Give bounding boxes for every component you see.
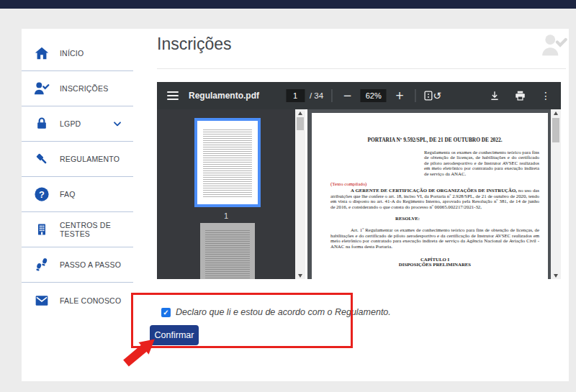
svg-text:?: ? [39, 189, 45, 200]
envelope-icon [32, 293, 51, 308]
menu-icon[interactable] [167, 91, 179, 100]
zoom-out-button[interactable]: − [340, 89, 355, 102]
print-icon[interactable] [515, 91, 526, 101]
chevron-down-icon[interactable] [112, 118, 123, 129]
preamble-lead: A GERENTE DE CERTIFICAÇÃO DE ORGANIZAÇÕE… [351, 188, 517, 193]
pdf-page: PORTARIA Nº 9.592/SPL, DE 21 DE OUTUBRO … [312, 113, 548, 279]
scroll-down-icon[interactable] [551, 272, 561, 279]
scroll-up-icon[interactable] [551, 109, 561, 117]
page-number-input[interactable]: 1 [286, 89, 305, 102]
document-chapter: CAPÍTULO I [330, 257, 539, 263]
sidebar-item-fale-conosco[interactable]: FALE CONOSCO [22, 283, 133, 318]
scrollbar-thumb[interactable] [552, 118, 559, 142]
consent-checkbox[interactable] [161, 308, 171, 317]
toolbar-separator [331, 89, 332, 102]
more-options-icon[interactable] [541, 90, 551, 101]
document-resolve: RESOLVE: [395, 216, 539, 222]
page-count: / 34 [310, 91, 323, 100]
sidebar-item-label: CENTROS DE TESTES [60, 221, 133, 238]
person-check-icon [32, 81, 51, 96]
document-title: PORTARIA Nº 9.592/SPL, DE 21 DE OUTUBRO … [330, 137, 539, 143]
sidebar-item-centros-de-testes[interactable]: CENTROS DE TESTES [22, 212, 133, 247]
thumbnail-pane: 1 [157, 109, 295, 279]
scroll-down-icon[interactable] [295, 272, 305, 279]
question-icon: ? [32, 186, 51, 202]
confirm-button[interactable]: Confirmar [150, 325, 199, 345]
sidebar-item-inscricoes[interactable]: INSCRIÇÕES [22, 71, 133, 106]
thumbnail-scrollbar[interactable] [295, 109, 305, 279]
app-screen: INÍCIO INSCRIÇÕES LGPD [0, 0, 576, 392]
download-icon[interactable] [490, 91, 500, 101]
fit-page-button[interactable] [423, 90, 433, 101]
sidebar-item-label: PASSO A PASSO [60, 260, 121, 269]
sidebar-item-label: INSCRIÇÕES [60, 84, 108, 93]
title-divider [157, 68, 566, 69]
sidebar-item-lgpd[interactable]: LGPD [22, 106, 133, 142]
sidebar-item-passo-a-passo[interactable]: PASSO A PASSO [22, 247, 133, 283]
page-title: Inscrições [157, 35, 232, 54]
scrollbar-thumb[interactable] [297, 117, 304, 130]
rotate-icon[interactable] [433, 90, 441, 101]
content-card: INÍCIO INSCRIÇÕES LGPD [22, 29, 569, 381]
document-summary: Regulamenta os exames de conhecimento te… [424, 150, 539, 177]
toolbar-separator [415, 89, 415, 102]
thumbnail-1-label: 1 [157, 211, 295, 220]
thumbnail-content [205, 229, 250, 279]
pdf-body: 1 PORTARIA Nº 9.592/SPL, DE 21 DE OUTUBR… [157, 109, 561, 279]
consent-label: Declaro que li e estou de acordo com o R… [176, 307, 391, 317]
pdf-filename: Regulamento.pdf [189, 91, 259, 101]
user-check-icon [537, 32, 567, 60]
sidebar: INÍCIO INSCRIÇÕES LGPD [22, 29, 133, 318]
sidebar-item-faq[interactable]: ? FAQ [22, 177, 133, 212]
top-navy-bar [0, 0, 576, 9]
home-icon [32, 45, 51, 61]
zoom-in-button[interactable]: + [392, 89, 408, 102]
document-scrollbar[interactable] [551, 109, 561, 279]
sidebar-item-label: LGPD [60, 119, 81, 128]
document-preamble: A GERENTE DE CERTIFICAÇÃO DE ORGANIZAÇÕE… [330, 188, 539, 209]
sidebar-item-label: FAQ [60, 190, 76, 199]
scroll-up-icon[interactable] [295, 109, 305, 117]
sidebar-item-regulamento[interactable]: REGULAMENTO [22, 142, 133, 177]
pdf-viewer: Regulamento.pdf 1 / 34 − 62% + [157, 82, 561, 279]
sidebar-item-label: INÍCIO [60, 49, 84, 58]
lock-icon [32, 116, 51, 132]
thumbnail-content [203, 128, 252, 199]
document-article-1: Art. 1º Regulamentar os exames de conhec… [330, 227, 539, 249]
sidebar-item-inicio[interactable]: INÍCIO [22, 36, 133, 71]
document-chapter-subtitle: DISPOSIÇÕES PRELIMINARES [330, 262, 539, 268]
document-compiled-note: (Texto compilado) [330, 181, 539, 187]
sidebar-item-label: REGULAMENTO [60, 155, 120, 163]
pdf-toolbar: Regulamento.pdf 1 / 34 − 62% + [157, 82, 561, 109]
footsteps-icon [32, 257, 51, 273]
gavel-icon [32, 151, 51, 167]
zoom-level: 62% [361, 89, 387, 102]
page-thumbnail-1[interactable] [194, 118, 261, 207]
sidebar-item-label: FALE CONOSCO [60, 296, 121, 305]
page-thumbnail-2[interactable] [200, 223, 255, 279]
building-icon [32, 222, 51, 237]
pane-separator [305, 109, 307, 279]
